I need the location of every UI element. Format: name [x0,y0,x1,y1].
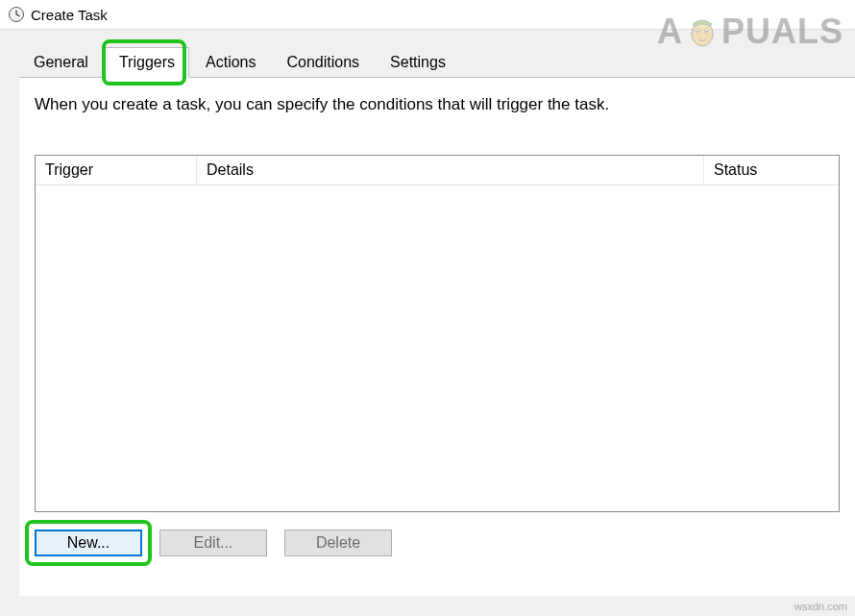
watermark-face-icon [685,14,720,49]
panel-description: When you create a task, you can specify … [35,95,840,114]
column-header-details[interactable]: Details [197,156,704,185]
button-row: New... Edit... Delete [35,530,840,556]
triggers-table[interactable]: Trigger Details Status [35,155,840,512]
dialog-body: General Triggers Actions Conditions Sett… [0,29,855,616]
tab-panel-triggers: When you create a task, you can specify … [19,77,855,596]
tab-settings[interactable]: Settings [376,47,460,77]
watermark-suffix: PUALS [721,12,843,52]
window-title: Create Task [31,7,108,23]
column-header-status[interactable]: Status [704,156,839,185]
tab-triggers[interactable]: Triggers [105,47,189,78]
source-attribution: wsxdn.com [794,601,847,612]
clock-icon [8,6,25,23]
edit-button[interactable]: Edit... [159,530,267,556]
tab-general[interactable]: General [19,47,103,77]
tab-conditions[interactable]: Conditions [272,47,374,77]
watermark-logo: A PUALS [657,12,843,52]
delete-button[interactable]: Delete [284,530,392,556]
tab-actions[interactable]: Actions [191,47,270,77]
column-header-trigger[interactable]: Trigger [36,156,197,185]
new-button[interactable]: New... [35,530,142,556]
table-header-row: Trigger Details Status [36,156,839,185]
tab-row: General Triggers Actions Conditions Sett… [19,47,855,77]
svg-point-7 [706,31,708,33]
svg-point-6 [697,31,699,33]
watermark-prefix: A [657,12,683,52]
